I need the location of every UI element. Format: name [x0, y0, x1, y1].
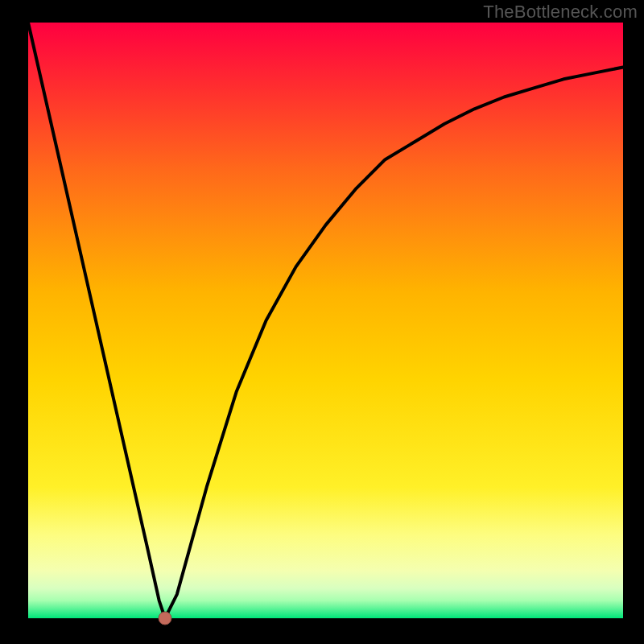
minimum-marker-dot [159, 612, 171, 625]
plot-background [28, 23, 623, 618]
chart-container: TheBottleneck.com [0, 0, 644, 644]
chart-svg [0, 0, 644, 644]
